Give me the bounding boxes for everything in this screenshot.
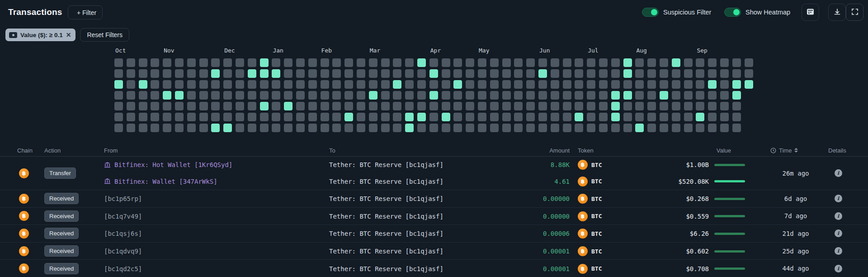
heatmap-cell[interactable] bbox=[381, 58, 390, 67]
heatmap-cell[interactable] bbox=[393, 113, 401, 121]
heatmap-cell[interactable] bbox=[163, 80, 171, 89]
heatmap-cell[interactable] bbox=[720, 58, 729, 67]
heatmap-cell[interactable] bbox=[332, 113, 341, 121]
heatmap-cell-active[interactable] bbox=[538, 69, 547, 78]
heatmap-cell[interactable] bbox=[308, 102, 317, 110]
heatmap-cell-active[interactable] bbox=[248, 69, 256, 78]
heatmap-cell[interactable] bbox=[187, 69, 196, 78]
heatmap-cell[interactable] bbox=[599, 124, 608, 132]
heatmap-cell[interactable] bbox=[369, 102, 377, 110]
heatmap-cell[interactable] bbox=[442, 80, 450, 89]
heatmap-cell[interactable] bbox=[199, 102, 208, 110]
heatmap-cell[interactable] bbox=[453, 69, 462, 78]
heatmap-cell[interactable] bbox=[429, 102, 438, 110]
heatmap-cell[interactable] bbox=[248, 58, 256, 67]
heatmap-cell[interactable] bbox=[332, 58, 341, 67]
heatmap-cell-active[interactable] bbox=[417, 113, 426, 121]
heatmap-cell[interactable] bbox=[538, 58, 547, 67]
heatmap-cell[interactable] bbox=[514, 102, 523, 110]
heatmap-cell[interactable] bbox=[296, 113, 305, 121]
heatmap-cell[interactable] bbox=[127, 69, 135, 78]
heatmap-cell[interactable] bbox=[175, 124, 184, 132]
heatmap-cell[interactable] bbox=[248, 91, 256, 100]
heatmap-cell[interactable] bbox=[308, 80, 317, 89]
heatmap-cell[interactable] bbox=[442, 58, 450, 67]
heatmap-cell[interactable] bbox=[575, 58, 583, 67]
heatmap-cell[interactable] bbox=[332, 91, 341, 100]
heatmap-cell[interactable] bbox=[114, 124, 123, 132]
heatmap-cell-active[interactable] bbox=[732, 91, 741, 100]
token-cell[interactable]: ฿BTC bbox=[578, 190, 602, 208]
heatmap-cell-active[interactable] bbox=[660, 91, 668, 100]
heatmap-cell[interactable] bbox=[672, 80, 680, 89]
heatmap-cell[interactable] bbox=[284, 80, 292, 89]
heatmap-cell[interactable] bbox=[672, 113, 680, 121]
heatmap-cell[interactable] bbox=[296, 69, 305, 78]
heatmap-cell[interactable] bbox=[405, 80, 414, 89]
heatmap-cell[interactable] bbox=[551, 80, 559, 89]
heatmap-cell[interactable] bbox=[551, 124, 559, 132]
heatmap-cell[interactable] bbox=[732, 69, 741, 78]
heatmap-cell[interactable] bbox=[344, 91, 353, 100]
fullscreen-button[interactable] bbox=[846, 4, 863, 21]
from-cell[interactable]: [bc1q7v49] bbox=[104, 208, 142, 225]
token-cell[interactable]: ฿BTC bbox=[578, 157, 602, 173]
heatmap-cell[interactable] bbox=[284, 124, 292, 132]
heatmap-cell[interactable] bbox=[551, 58, 559, 67]
heatmap-cell[interactable] bbox=[551, 69, 559, 78]
heatmap-cell[interactable] bbox=[308, 113, 317, 121]
from-cell[interactable]: Bitfinex: Hot Wallet [1Kr6QSyd] bbox=[104, 157, 232, 173]
heatmap-cell[interactable] bbox=[453, 91, 462, 100]
heatmap-cell[interactable] bbox=[393, 91, 401, 100]
heatmap-cell[interactable] bbox=[720, 91, 729, 100]
heatmap-cell[interactable] bbox=[417, 80, 426, 89]
heatmap-cell[interactable] bbox=[587, 69, 595, 78]
heatmap-cell-active[interactable] bbox=[575, 113, 583, 121]
heatmap-cell[interactable] bbox=[466, 80, 474, 89]
heatmap-cell[interactable] bbox=[684, 113, 693, 121]
heatmap-cell-active[interactable] bbox=[211, 69, 220, 78]
heatmap-cell-active[interactable] bbox=[696, 113, 704, 121]
from-cell[interactable]: Bitfinex: Wallet [347ArWkS] bbox=[104, 173, 217, 190]
heatmap-cell[interactable] bbox=[393, 69, 401, 78]
heatmap-cell[interactable] bbox=[272, 80, 280, 89]
heatmap-cell[interactable] bbox=[139, 91, 147, 100]
from-cell[interactable]: [bc1qdvq9] bbox=[104, 243, 142, 260]
heatmap-cell[interactable] bbox=[248, 102, 256, 110]
heatmap-cell[interactable] bbox=[321, 113, 329, 121]
heatmap-cell[interactable] bbox=[502, 69, 511, 78]
heatmap-cell-active[interactable] bbox=[611, 113, 620, 121]
heatmap-cell-active[interactable] bbox=[708, 80, 717, 89]
heatmap-cell[interactable] bbox=[514, 91, 523, 100]
heatmap-cell[interactable] bbox=[478, 91, 486, 100]
heatmap-cell[interactable] bbox=[332, 69, 341, 78]
heatmap-cell[interactable] bbox=[321, 69, 329, 78]
heatmap-cell[interactable] bbox=[599, 58, 608, 67]
heatmap-cell[interactable] bbox=[490, 102, 499, 110]
heatmap-cell[interactable] bbox=[393, 124, 401, 132]
heatmap-cell[interactable] bbox=[745, 58, 753, 67]
heatmap-cell[interactable] bbox=[381, 102, 390, 110]
heatmap-cell-active[interactable] bbox=[623, 58, 632, 67]
heatmap-cell[interactable] bbox=[490, 69, 499, 78]
heatmap-cell[interactable] bbox=[248, 80, 256, 89]
heatmap-cell[interactable] bbox=[684, 69, 693, 78]
heatmap-cell-active[interactable] bbox=[453, 80, 462, 89]
heatmap-cell[interactable] bbox=[563, 124, 571, 132]
info-icon[interactable]: i bbox=[835, 229, 842, 237]
from-label[interactable]: Bitfinex: Hot Wallet [1Kr6QSyd] bbox=[114, 161, 232, 168]
heatmap-cell[interactable] bbox=[466, 113, 474, 121]
calendar-button[interactable] bbox=[802, 4, 819, 21]
heatmap-cell[interactable] bbox=[417, 91, 426, 100]
heatmap-cell[interactable] bbox=[417, 102, 426, 110]
heatmap-cell[interactable] bbox=[575, 102, 583, 110]
remove-filter-icon[interactable]: ✕ bbox=[66, 31, 71, 38]
heatmap-cell[interactable] bbox=[260, 91, 269, 100]
heatmap-cell[interactable] bbox=[139, 69, 147, 78]
heatmap-cell[interactable] bbox=[599, 69, 608, 78]
heatmap-cell[interactable] bbox=[514, 69, 523, 78]
heatmap-cell-active[interactable] bbox=[211, 124, 220, 132]
heatmap-cell[interactable] bbox=[660, 102, 668, 110]
heatmap-cell[interactable] bbox=[284, 91, 292, 100]
heatmap-cell[interactable] bbox=[708, 58, 717, 67]
